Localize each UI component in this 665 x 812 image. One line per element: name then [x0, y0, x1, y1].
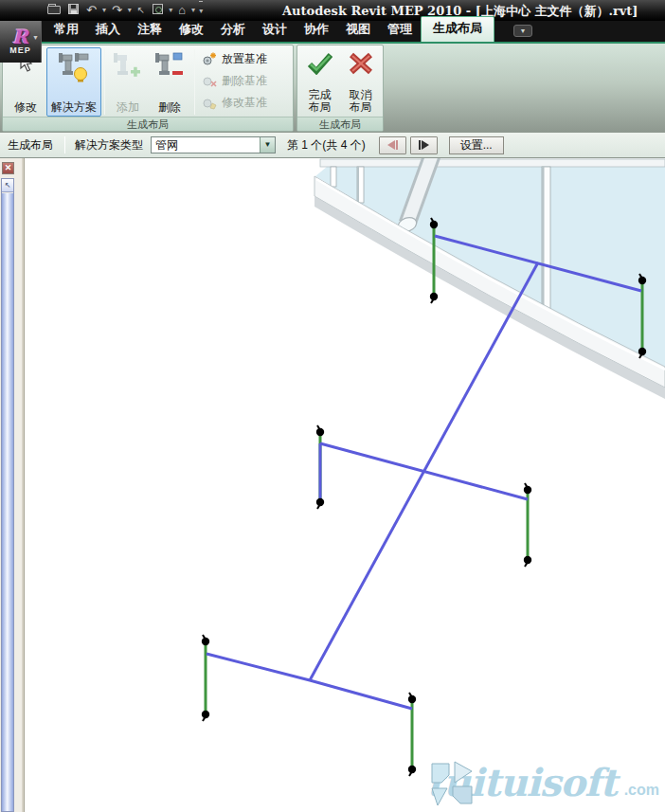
cancel-layout-label: 取消 布局 [350, 89, 372, 114]
modify-label: 修改 [14, 101, 37, 114]
scrollbar-thumb[interactable] [2, 193, 13, 811]
view-cube-dropdown-icon[interactable]: ▾ [169, 1, 172, 20]
close-panel-button[interactable]: ✕ [2, 162, 14, 174]
remove-base-label: 删除基准 [222, 73, 267, 89]
next-arrow-icon [422, 140, 429, 150]
add-label: 添加 [117, 101, 139, 114]
remove-base-icon [202, 74, 218, 88]
undo-icon[interactable]: ↶ [84, 1, 99, 20]
finish-layout-label: 完成 布局 [309, 89, 332, 114]
settings-button[interactable]: 设置... [449, 136, 504, 154]
modify-base-button[interactable]: 修改基准 [202, 95, 267, 111]
tab-shitu[interactable]: 视图 [337, 18, 379, 42]
panel1-label: 生成布局 [3, 117, 293, 131]
tab-shengchengbuju[interactable]: 生成布局 [421, 16, 494, 42]
save-icon[interactable] [66, 1, 81, 20]
redo-icon[interactable]: ↷ [110, 1, 124, 20]
ribbon-panel-generate-layout-2: 完成 布局 取消 布局 生成布局 [297, 45, 384, 132]
tab-guanli[interactable]: 管理 [379, 18, 421, 42]
revit-logo: R [12, 28, 28, 45]
pipe-add-icon [113, 52, 143, 82]
previous-solution-button[interactable] [379, 136, 406, 154]
tab-overflow-chevron-icon[interactable]: ▼ [513, 25, 532, 37]
green-check-icon [307, 52, 333, 75]
previous-bar-icon [396, 140, 398, 150]
watermark-tld: .com [624, 782, 659, 799]
next-bar-icon [419, 140, 421, 150]
docked-panel-strip: ✕ ↖ [0, 158, 25, 812]
next-solution-button[interactable] [410, 136, 438, 154]
ribbon-panel-generate-layout-1: 修改 解决方案 [2, 45, 294, 132]
place-base-icon [202, 52, 218, 66]
solution-type-label: 解决方案类型 [75, 137, 143, 153]
view-cube-icon[interactable] [151, 1, 165, 20]
home-dropdown-icon[interactable]: ▾ [191, 1, 195, 20]
tab-xiezuo[interactable]: 协作 [296, 18, 337, 42]
modify-base-label: 修改基准 [222, 95, 267, 111]
place-base-label: 放置基准 [222, 51, 267, 67]
cancel-layout-button[interactable]: 取消 布局 [342, 47, 380, 117]
ribbon-tab-bar: R MEP ▼ 常用 插入 注释 修改 分析 设计 协作 视图 管理 生成布局 … [0, 21, 665, 42]
solution-type-select[interactable]: 管网 ▼ [151, 136, 276, 153]
vertical-scrollbar[interactable]: ↖ [1, 178, 14, 812]
tab-changyong[interactable]: 常用 [45, 18, 87, 42]
app-button-label: MEP [9, 45, 31, 55]
tab-zhushi[interactable]: 注释 [129, 18, 171, 42]
watermark: tuituisoft .com [426, 760, 659, 804]
modify-base-icon [202, 96, 218, 110]
workspace: ✕ ↖ [0, 158, 665, 812]
solution-type-value: 管网 [152, 137, 260, 153]
scroll-up-arrow-icon[interactable]: ↖ [2, 179, 13, 192]
tab-xiugai[interactable]: 修改 [171, 18, 212, 42]
options-mode-label: 生成布局 [8, 137, 53, 153]
panel-separator [104, 49, 105, 115]
options-bar: 生成布局 解决方案类型 管网 ▼ 第 1 个(共 4 个) 设置... [0, 133, 665, 158]
home-icon[interactable]: ⌂ [176, 1, 188, 20]
open-file-icon[interactable] [45, 1, 63, 20]
dropdown-arrow-icon[interactable]: ▼ [260, 137, 275, 153]
model-view [25, 158, 665, 812]
solutions-label: 解决方案 [51, 101, 97, 114]
base-point-buttons: 放置基准 删除基准 修改基准 [198, 47, 267, 117]
remove-button[interactable]: 删除 [148, 47, 191, 117]
pipe-solutions-icon [58, 52, 90, 82]
add-button[interactable]: 添加 [108, 47, 148, 117]
place-base-button[interactable]: 放置基准 [202, 51, 267, 67]
previous-arrow-icon [387, 140, 395, 150]
redo-dropdown-icon[interactable]: ▾ [128, 1, 132, 20]
pipe-remove-icon [154, 52, 185, 82]
tab-fenxi[interactable]: 分析 [212, 18, 254, 42]
pointer-icon[interactable]: ↖ [135, 1, 147, 20]
application-menu-button[interactable]: R MEP ▼ [0, 21, 42, 63]
remove-label: 删除 [158, 101, 181, 114]
options-separator [64, 136, 65, 153]
solutions-button[interactable]: 解决方案 [46, 47, 101, 117]
tuituisoft-logo-icon [426, 760, 476, 809]
panel2-label: 生成布局 [297, 117, 383, 131]
remove-base-button[interactable]: 删除基准 [202, 73, 267, 89]
red-cross-icon [348, 52, 374, 75]
drawing-canvas[interactable]: tuituisoft .com [25, 158, 665, 812]
panel-separator [194, 49, 195, 115]
ribbon: 修改 解决方案 [0, 42, 665, 133]
finish-layout-button[interactable]: 完成 布局 [301, 47, 339, 117]
tab-sheji[interactable]: 设计 [254, 18, 296, 42]
solution-position-text: 第 1 个(共 4 个) [287, 137, 366, 153]
undo-dropdown-icon[interactable]: ▾ [102, 1, 106, 20]
app-menu-chevron-icon: ▼ [32, 34, 39, 41]
tab-charu[interactable]: 插入 [87, 18, 129, 42]
building-facade [315, 158, 665, 399]
